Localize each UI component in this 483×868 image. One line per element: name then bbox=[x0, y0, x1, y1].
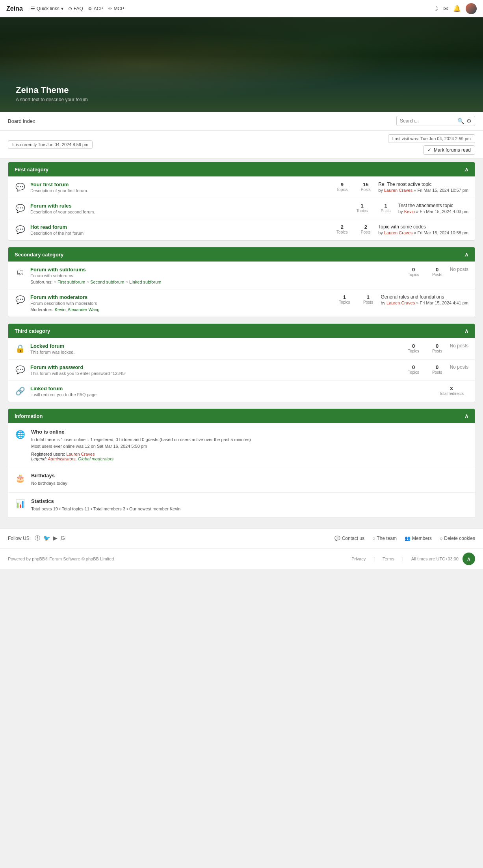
google-icon[interactable]: G bbox=[61, 535, 65, 542]
global-moderators-link[interactable]: Global moderators bbox=[78, 456, 114, 461]
forum-stats-your-first: 9 Topics 15 Posts bbox=[334, 182, 373, 192]
category-header-secondary: Secondary category ∧ bbox=[8, 247, 475, 262]
category-first: First category ∧ 💬 Your first forum Desc… bbox=[8, 162, 475, 241]
forum-row-password: 💬 Forum with password This forum will as… bbox=[8, 359, 475, 380]
collapse-first-icon[interactable]: ∧ bbox=[464, 166, 468, 172]
forum-row-linked: 🔗 Linked forum It will redirect you to t… bbox=[8, 380, 475, 402]
forum-info-hot: Hot read forum Description of the hot fo… bbox=[30, 224, 329, 236]
category-title-secondary: Secondary category bbox=[15, 252, 63, 258]
forum-name-rules[interactable]: Forum with rules bbox=[30, 203, 349, 209]
last-post-by-hot: by Lauren Craves » Fri Mar 15, 2024 10:5… bbox=[378, 230, 468, 235]
hero-title: Zeina Theme bbox=[16, 85, 467, 95]
category-title-information: Information bbox=[15, 413, 43, 419]
members-icon: 👥 bbox=[405, 536, 411, 541]
forum-name-mods[interactable]: Forum with moderators bbox=[30, 294, 332, 300]
administrators-link[interactable]: Administrators bbox=[48, 456, 75, 461]
mcp-link[interactable]: ✏ MCP bbox=[108, 6, 124, 11]
forum-info-locked: Locked forum This forum was locked. bbox=[30, 343, 401, 354]
online-text: In total there is 1 user online :: 1 reg… bbox=[31, 436, 468, 443]
notifications-icon[interactable]: 🔔 bbox=[453, 5, 461, 12]
scroll-to-top-button[interactable]: ∧ bbox=[463, 553, 475, 565]
moderator-alexander[interactable]: Alexander Wang bbox=[68, 307, 100, 312]
moderator-kevin[interactable]: Kevin bbox=[55, 307, 66, 312]
subforum-circle-icon-1: ○ bbox=[54, 280, 56, 284]
facebook-icon[interactable]: ⓕ bbox=[35, 535, 40, 542]
follow-us-label: Follow US: bbox=[8, 536, 31, 541]
registered-user-link[interactable]: Lauren Craves bbox=[66, 452, 95, 456]
forum-stats-linked: 3 Total redirects bbox=[439, 386, 464, 396]
search-settings-button[interactable]: ⚙ bbox=[466, 118, 472, 124]
forum-name-linked[interactable]: Linked forum bbox=[30, 386, 435, 391]
twitter-icon[interactable]: 🐦 bbox=[43, 535, 50, 542]
last-post-title-rules[interactable]: Test the attachments topic bbox=[398, 203, 468, 208]
messages-icon[interactable]: ✉ bbox=[443, 5, 448, 12]
user-avatar[interactable] bbox=[466, 3, 477, 14]
hero-banner: Zeina Theme A short text to describe you… bbox=[0, 17, 483, 112]
time-bar: It is currently Tue Jun 04, 2024 8:56 pm… bbox=[0, 131, 483, 158]
terms-link[interactable]: Terms bbox=[383, 556, 394, 561]
forum-info-your-first: Your first forum Description of your fir… bbox=[30, 182, 329, 193]
last-post-title-mods[interactable]: General rules and foundations bbox=[381, 294, 468, 300]
site-brand[interactable]: Zeina bbox=[6, 5, 23, 12]
forum-name-locked[interactable]: Locked forum bbox=[30, 343, 401, 349]
last-post-title-your-first[interactable]: Re: The most active topic bbox=[378, 182, 468, 187]
follow-us-section: Follow US: ⓕ 🐦 ▶ G bbox=[8, 535, 65, 542]
members-link[interactable]: 👥 Members bbox=[405, 536, 432, 541]
navbar-right-icons: ☽ ✉ 🔔 bbox=[433, 3, 477, 14]
info-content-statistics: Statistics Total posts 19 • Total topics… bbox=[31, 498, 468, 512]
the-team-link[interactable]: ○ The team bbox=[372, 536, 397, 541]
collapse-secondary-icon[interactable]: ∧ bbox=[464, 251, 468, 258]
collapse-third-icon[interactable]: ∧ bbox=[464, 328, 468, 334]
forum-posts-rules: 1 Posts bbox=[378, 203, 394, 213]
subforum-link-2[interactable]: Second subforum bbox=[90, 280, 124, 284]
forum-moderators: Moderators: Kevin, Alexander Wang bbox=[30, 307, 332, 312]
forum-desc-locked: This forum was locked. bbox=[30, 350, 401, 354]
search-input[interactable] bbox=[400, 118, 455, 124]
category-header-first: First category ∧ bbox=[8, 162, 475, 176]
privacy-link[interactable]: Privacy bbox=[351, 556, 366, 561]
subforum-circle-icon-3: ○ bbox=[125, 280, 128, 284]
last-post-author-rules[interactable]: Kevin bbox=[404, 209, 415, 214]
search-box: 🔍 ⚙ bbox=[396, 116, 475, 126]
last-post-title-hot[interactable]: Topic with some codes bbox=[378, 224, 468, 230]
no-posts-subforums: No posts bbox=[450, 267, 468, 272]
birthdays-title: Birthdays bbox=[31, 473, 468, 479]
mcp-icon: ✏ bbox=[108, 6, 112, 11]
forum-icon-password: 💬 bbox=[15, 365, 26, 375]
subforum-link-3[interactable]: Linked subforum bbox=[129, 280, 161, 284]
forum-name-subforums[interactable]: Forum with subforums bbox=[30, 267, 401, 273]
quick-links-menu[interactable]: ☰ Quick links ▾ bbox=[31, 6, 63, 11]
forum-name-your-first[interactable]: Your first forum bbox=[30, 182, 329, 187]
info-row-birthdays: 🎂 Birthdays No birthdays today bbox=[8, 467, 475, 492]
last-post-author-mods[interactable]: Lauren Craves bbox=[386, 300, 415, 305]
no-posts-locked: No posts bbox=[450, 343, 468, 349]
forum-name-hot[interactable]: Hot read forum bbox=[30, 224, 329, 230]
contact-us-link[interactable]: 💬 Contact us bbox=[334, 536, 364, 541]
last-post-author-your-first[interactable]: Lauren Craves bbox=[384, 188, 412, 193]
delete-cookies-link[interactable]: ○ Delete cookies bbox=[440, 536, 475, 541]
category-title-first: First category bbox=[15, 167, 48, 172]
forum-posts-mods: 1 Posts bbox=[360, 294, 376, 304]
forum-row-rules: 💬 Forum with rules Description of your s… bbox=[8, 198, 475, 219]
forum-topics-rules: 1 Topics bbox=[354, 203, 370, 213]
category-title-third: Third category bbox=[15, 328, 50, 334]
mark-forums-read-button[interactable]: ✓ Mark forums read bbox=[423, 145, 475, 155]
youtube-icon[interactable]: ▶ bbox=[53, 535, 58, 542]
board-index-link[interactable]: Board index bbox=[8, 118, 35, 124]
forum-name-password[interactable]: Forum with password bbox=[30, 364, 401, 370]
navbar: Zeina ☰ Quick links ▾ ⊙ FAQ ⚙ ACP ✏ MCP … bbox=[0, 0, 483, 17]
subforum-link-1[interactable]: First subforum bbox=[58, 280, 85, 284]
forum-row-your-first: 💬 Your first forum Description of your f… bbox=[8, 176, 475, 198]
last-post-author-hot[interactable]: Lauren Craves bbox=[384, 230, 412, 235]
category-information: Information ∧ 🌐 Who is online In total t… bbox=[8, 408, 475, 518]
search-button[interactable]: 🔍 bbox=[457, 118, 464, 124]
forum-desc-subforums: Forum with subforums. bbox=[30, 273, 401, 278]
acp-link[interactable]: ⚙ ACP bbox=[88, 6, 104, 11]
forum-posts-your-first: 15 Posts bbox=[358, 182, 373, 192]
theme-icon[interactable]: ☽ bbox=[433, 5, 438, 12]
forum-icon-folder: 🗂 bbox=[15, 267, 26, 276]
faq-link[interactable]: ⊙ FAQ bbox=[68, 6, 83, 11]
cookies-icon: ○ bbox=[440, 536, 442, 541]
footer-legal: Privacy | Terms | All times are UTC+03:0… bbox=[351, 556, 459, 561]
collapse-information-icon[interactable]: ∧ bbox=[464, 413, 468, 419]
